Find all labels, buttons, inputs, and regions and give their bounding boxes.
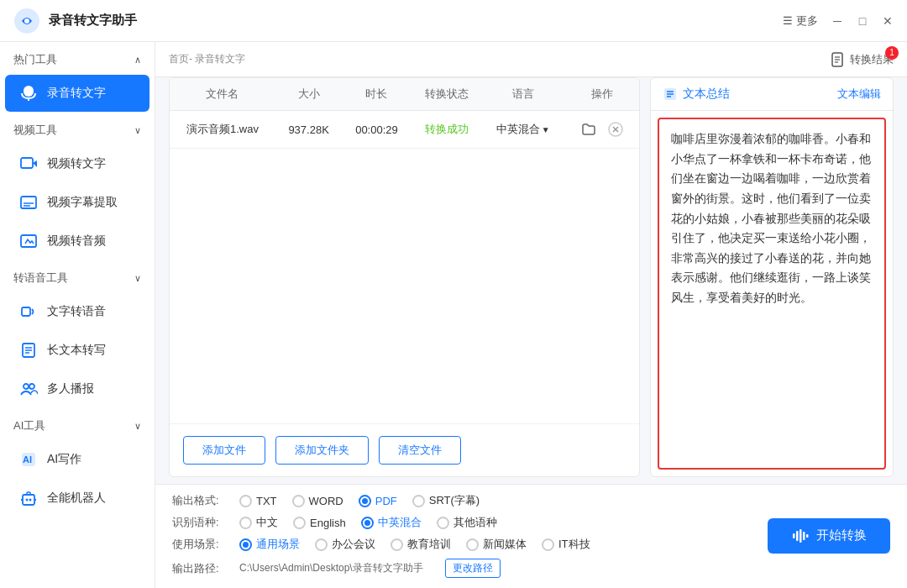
language-group: 中文 English 中英混合 其他语种 [239,515,497,530]
format-srt[interactable]: SRT(字幕) [412,493,480,508]
scene-news[interactable]: 新闻媒体 [466,537,527,552]
start-convert-button[interactable]: 开始转换 [768,518,890,554]
scene-office[interactable]: 办公会议 [315,537,375,552]
main-layout: 热门工具 ∧ 录音转文字 视频工具 ∨ 视频转文字 视频字幕提取 [0,42,907,588]
svg-rect-10 [22,307,30,316]
language-label: 识别语种: [172,515,233,530]
video-text-icon [18,154,39,174]
cell-actions [564,111,639,149]
sidebar-item-ai-writing[interactable]: AI AI写作 [5,441,149,478]
add-folder-button[interactable]: 添加文件夹 [275,436,369,465]
scene-it[interactable]: IT科技 [542,537,590,552]
output-path-row: 输出路径: C:\Users\Admin\Desktop\录音转文字助手 更改路… [172,559,747,578]
multi-voice-icon [18,379,39,399]
hot-tools-header[interactable]: 热门工具 ∧ [0,42,155,74]
record-icon [18,83,39,103]
add-file-button[interactable]: 添加文件 [183,436,265,465]
svg-rect-4 [21,158,33,168]
sidebar-item-video-to-audio[interactable]: 视频转音频 [5,223,149,260]
sidebar-item-text-to-speech[interactable]: 文字转语音 [5,293,149,330]
ai-tools-header[interactable]: AI工具 ∨ [0,408,155,440]
scene-education[interactable]: 教育培训 [391,537,451,552]
scene-general[interactable]: 通用场景 [239,537,300,552]
cell-duration: 00:00:29 [342,111,411,149]
svg-point-21 [26,499,29,501]
output-format-group: TXT WORD PDF SRT(字幕) [239,493,480,508]
chevron-down-icon: ∨ [134,125,141,136]
convert-result-button[interactable]: 1 转换结果 [829,51,894,68]
format-txt[interactable]: TXT [239,495,277,507]
settings-panel: 输出格式: TXT WORD PDF [172,493,747,578]
sidebar-item-long-text[interactable]: 长文本转写 [5,332,149,369]
text-content: 咖啡店里弥漫着浓郁的咖啡香。小春和小华点了一杯拿铁和一杯卡布奇诺，他们坐在窗边一… [658,118,886,470]
lang-english[interactable]: English [293,517,346,529]
svg-point-16 [29,384,34,389]
col-action: 操作 [564,78,639,111]
app-logo-icon [13,8,40,34]
sidebar: 热门工具 ∧ 录音转文字 视频工具 ∨ 视频转文字 视频字幕提取 [0,42,155,588]
language-row: 识别语种: 中文 English 中英混合 [172,515,747,530]
convert-badge: 1 [885,46,899,60]
subtitle-icon [18,192,39,213]
svg-rect-39 [803,532,805,540]
format-word[interactable]: WORD [292,495,343,507]
sidebar-item-all-robot[interactable]: 全能机器人 [5,480,149,517]
col-language: 语言 [481,78,564,111]
output-format-label: 输出格式: [172,493,233,508]
svg-rect-19 [23,495,34,505]
breadcrumb: 首页- 录音转文字 [169,52,245,66]
convert-voice-header[interactable]: 转语音工具 ∨ [0,260,155,292]
table-row: 演示音频1.wav 937.28K 00:00:29 转换成功 中英混合 ▼ [170,111,639,149]
sidebar-item-video-to-text[interactable]: 视频转文字 [5,145,149,182]
sidebar-item-video-subtitle[interactable]: 视频字幕提取 [5,184,149,221]
change-path-button[interactable]: 更改路径 [445,559,501,578]
title-bar: 录音转文字助手 ☰ 更多 ─ □ ✕ [0,0,907,42]
bottom-area: 输出格式: TXT WORD PDF [155,484,907,588]
audio-icon [18,231,39,251]
format-pdf[interactable]: PDF [359,495,397,507]
svg-point-15 [24,384,29,389]
scene-group: 通用场景 办公会议 教育培训 新闻媒体 [239,537,590,552]
output-format-row: 输出格式: TXT WORD PDF [172,493,747,508]
chevron-down2-icon: ∨ [134,273,141,284]
table-footer: 添加文件 添加文件夹 清空文件 [170,423,639,476]
title-controls: ☰ 更多 ─ □ ✕ [783,13,894,29]
maximize-button[interactable]: □ [857,15,868,27]
start-area: 开始转换 [747,493,890,578]
col-duration: 时长 [342,78,411,111]
table-panel: 文件名 大小 时长 转换状态 语言 操作 演示音频1.wav 937.28K 0 [169,77,640,477]
lang-chinese[interactable]: 中文 [239,515,278,530]
title-left: 录音转文字助手 [13,8,137,34]
svg-text:AI: AI [23,454,32,465]
more-button[interactable]: ☰ 更多 [783,13,818,29]
work-area: 文件名 大小 时长 转换状态 语言 操作 演示音频1.wav 937.28K 0 [155,77,907,484]
text-tab-icon [663,87,678,102]
text-edit-link[interactable]: 文本编辑 [837,87,881,102]
menu-icon: ☰ [783,14,793,27]
clear-files-button[interactable]: 清空文件 [379,436,461,465]
svg-rect-6 [21,197,36,208]
col-status: 转换状态 [412,78,482,111]
svg-rect-38 [800,529,802,543]
lang-mixed[interactable]: 中英混合 [361,515,422,530]
open-folder-button[interactable] [579,119,599,139]
close-button[interactable]: ✕ [882,15,894,27]
tts-icon [18,302,39,322]
output-path-label: 输出路径: [172,561,233,576]
sidebar-item-multi-voice[interactable]: 多人播报 [5,370,149,407]
lang-other[interactable]: 其他语种 [437,515,497,530]
text-summary-tab[interactable]: 文本总结 [663,87,730,102]
cell-status: 转换成功 [412,111,482,149]
delete-button[interactable] [606,119,626,139]
app-title: 录音转文字助手 [49,13,137,29]
longtext-icon [18,340,39,360]
svg-point-22 [29,499,32,501]
sidebar-item-record-to-text[interactable]: 录音转文字 [5,75,149,112]
scene-row: 使用场景: 通用场景 办公会议 教育培训 [172,537,747,552]
waveform-icon [791,527,810,545]
text-panel: 文本总结 文本编辑 咖啡店里弥漫着浓郁的咖啡香。小春和小华点了一杯拿铁和一杯卡布… [650,77,894,477]
video-tools-header[interactable]: 视频工具 ∨ [0,113,155,144]
minimize-button[interactable]: ─ [831,15,843,27]
chevron-down3-icon: ∨ [134,421,141,432]
start-convert-label: 开始转换 [816,528,867,543]
